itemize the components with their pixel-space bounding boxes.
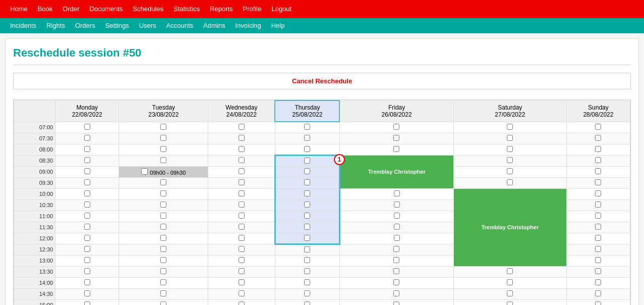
tuesday-checkbox[interactable] [160,157,166,163]
thursday-checkbox[interactable] [304,135,310,141]
wednesday-checkbox[interactable] [239,246,245,252]
wednesday-checkbox[interactable] [239,279,245,285]
monday-checkbox[interactable] [84,268,90,274]
thursday-checkbox[interactable] [304,224,310,230]
tuesday-checkbox[interactable] [160,224,166,230]
nav-schedules[interactable]: Schedules [128,0,168,18]
thursday-checkbox[interactable] [304,290,310,296]
wednesday-checkbox[interactable] [239,201,245,208]
saturday-checkbox[interactable] [507,268,513,274]
subnav-settings[interactable]: Settings [100,18,134,33]
friday-checkbox[interactable] [393,257,399,263]
tuesday-checkbox[interactable] [160,135,166,141]
wednesday-checkbox[interactable] [239,268,245,274]
tuesday-checkbox[interactable] [160,246,166,252]
nav-reports[interactable]: Reports [205,0,238,18]
thursday-checkbox[interactable] [304,213,310,219]
subnav-incidents[interactable]: Incidents [5,18,41,33]
friday-checkbox[interactable] [394,235,400,241]
tuesday-checkbox[interactable] [160,235,166,241]
thursday-checkbox[interactable] [304,268,310,274]
thursday-checkbox[interactable] [304,158,310,164]
nav-home[interactable]: Home [5,0,33,18]
thursday-checkbox[interactable] [304,235,310,241]
monday-checkbox[interactable] [84,157,90,163]
tuesday-checkbox[interactable] [160,279,166,285]
monday-checkbox[interactable] [84,279,90,285]
monday-checkbox[interactable] [84,301,90,305]
wednesday-checkbox[interactable] [239,224,245,230]
thursday-checkbox[interactable] [304,279,310,285]
friday-checkbox[interactable] [393,124,399,130]
friday-checkbox[interactable] [393,246,399,252]
tuesday-checkbox[interactable] [141,168,148,175]
tuesday-checkbox[interactable] [160,124,166,130]
nav-book[interactable]: Book [33,0,58,18]
friday-checkbox[interactable] [394,213,400,219]
friday-checkbox[interactable] [393,290,399,296]
thursday-checkbox[interactable] [304,190,310,196]
wednesday-checkbox[interactable] [239,190,245,196]
subnav-help[interactable]: Help [266,18,290,33]
cancel-reschedule-button[interactable]: Cancel Reschedule [292,77,352,85]
subnav-admins[interactable]: Admins [198,18,230,33]
monday-checkbox[interactable] [84,146,90,152]
friday-checkbox[interactable] [394,224,400,230]
wednesday-checkbox[interactable] [239,124,245,130]
friday-checkbox[interactable] [393,146,399,152]
friday-checkbox[interactable] [393,268,399,274]
sunday-checkbox[interactable] [595,190,601,196]
friday-checkbox[interactable] [393,279,399,285]
saturday-checkbox[interactable] [507,135,513,141]
tuesday-checkbox[interactable] [160,257,166,263]
monday-checkbox[interactable] [84,224,90,230]
wednesday-checkbox[interactable] [239,213,245,219]
friday-checkbox[interactable] [394,190,400,196]
wednesday-checkbox[interactable] [239,146,245,152]
thursday-checkbox[interactable] [304,179,310,185]
sunday-checkbox[interactable] [595,279,601,285]
monday-checkbox[interactable] [84,213,90,219]
nav-documents[interactable]: Documents [85,0,128,18]
sunday-checkbox[interactable] [595,168,601,174]
saturday-checkbox[interactable] [507,301,513,305]
thursday-checkbox[interactable] [304,146,310,152]
friday-checkbox[interactable] [393,301,399,305]
monday-checkbox[interactable] [84,190,90,196]
saturday-checkbox[interactable] [507,168,513,174]
wednesday-checkbox[interactable] [239,135,245,141]
sunday-checkbox[interactable] [595,124,601,130]
sunday-checkbox[interactable] [595,157,601,163]
monday-checkbox[interactable] [84,179,90,185]
tuesday-checkbox[interactable] [160,290,166,296]
subnav-accounts[interactable]: Accounts [161,18,198,33]
monday-checkbox[interactable] [84,290,90,296]
tuesday-checkbox[interactable] [160,146,166,152]
thursday-checkbox[interactable] [304,246,310,252]
saturday-checkbox[interactable] [507,179,513,185]
friday-checkbox[interactable] [394,201,400,208]
saturday-checkbox[interactable] [507,279,513,285]
monday-checkbox[interactable] [84,135,90,141]
sunday-checkbox[interactable] [595,290,601,296]
tuesday-checkbox[interactable] [160,268,166,274]
subnav-rights[interactable]: Rights [41,18,70,33]
tuesday-checkbox[interactable] [160,301,166,305]
sunday-checkbox[interactable] [595,235,601,241]
sunday-checkbox[interactable] [595,135,601,141]
wednesday-checkbox[interactable] [239,257,245,263]
tuesday-checkbox[interactable] [160,213,166,219]
tuesday-checkbox[interactable] [160,179,166,185]
saturday-checkbox[interactable] [507,290,513,296]
wednesday-checkbox[interactable] [239,157,245,163]
sunday-checkbox[interactable] [595,201,601,208]
subnav-invoicing[interactable]: Invoicing [230,18,266,33]
wednesday-checkbox[interactable] [239,290,245,296]
nav-profile[interactable]: Profile [238,0,267,18]
thursday-checkbox[interactable] [304,124,310,130]
sunday-checkbox[interactable] [595,301,601,305]
monday-checkbox[interactable] [84,246,90,252]
nav-statistics[interactable]: Statistics [168,0,205,18]
sunday-checkbox[interactable] [595,246,601,252]
sunday-checkbox[interactable] [595,213,601,219]
